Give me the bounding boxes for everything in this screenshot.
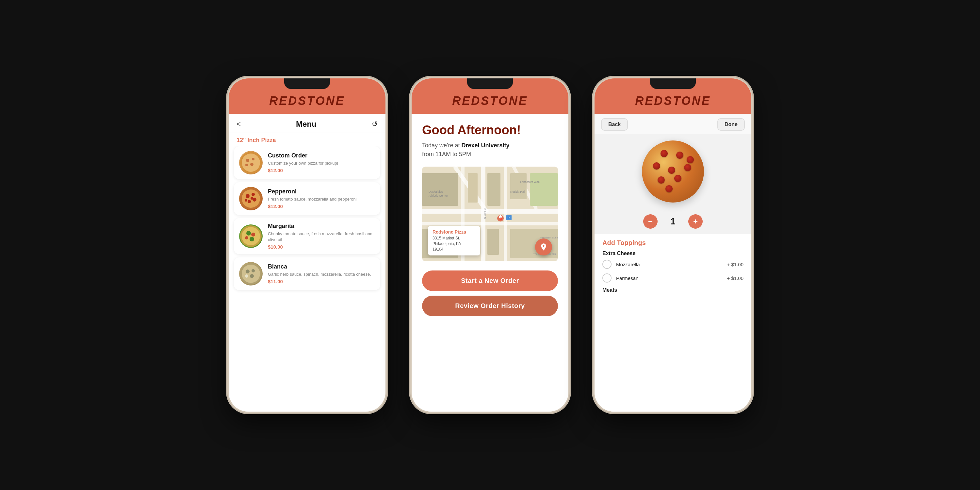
popup-addr: 3315 Market St,Philadelphia, PA19104 [433,235,476,252]
menu-item-custom[interactable]: Custom Order Customize your own pizza fo… [234,146,380,179]
svg-text:Nesbitt Hall: Nesbitt Hall [510,190,525,193]
back-button-customize[interactable]: Back [601,118,628,130]
item-name-margarita: Margarita [268,223,375,230]
svg-rect-36 [510,173,527,199]
increment-button[interactable]: + [688,214,703,229]
svg-text:Athletic Center: Athletic Center [429,194,448,197]
svg-rect-34 [468,173,477,202]
svg-point-2 [246,159,249,162]
quantity-row: − 1 + [595,209,751,234]
category-meats: Meats [602,287,743,293]
brand-logo-customize: REDSTONE [635,94,711,108]
svg-point-17 [251,232,255,237]
home-main: Good Afternoon! Today we're at Drexel Un… [412,114,568,412]
category-extra-cheese: Extra Cheese [602,251,743,256]
item-price-pepperoni: $12.00 [268,204,375,209]
pizza-hero-section [595,134,751,209]
svg-point-15 [242,227,260,245]
topping-name-mozzarella: Mozzarella [616,262,722,267]
radio-parmesan[interactable] [602,274,611,283]
pepperoni-dot [674,175,681,182]
svg-rect-35 [487,173,500,206]
item-price-margarita: $10.00 [268,244,375,250]
topping-parmesan[interactable]: Parmesan + $1.00 [602,274,743,283]
phone-customize: REDSTONE Back Done − 1 [595,78,751,412]
pepperoni-dot [668,167,675,174]
topping-name-parmesan: Parmesan [616,275,722,281]
greeting-text: Good Afternoon! [422,124,558,137]
customize-nav: Back Done [595,114,751,134]
svg-text:Daskalakis: Daskalakis [429,190,443,193]
section-label: 12" Inch Pizza [229,133,385,146]
svg-point-22 [246,269,250,274]
svg-point-12 [245,199,247,202]
map-container: Daskalakis Athletic Center Lancaster Wal… [422,167,558,261]
svg-point-1 [242,154,260,172]
item-desc-pepperoni: Fresh tomato sauce, mozzarella and peppe… [268,196,375,202]
pepperoni-dot [665,185,673,192]
start-order-button[interactable]: Start a New Order [422,270,558,291]
menu-item-info-margarita: Margarita Chunky tomato sauce, fresh moz… [268,223,375,250]
pizza-image-custom [239,151,262,175]
svg-point-21 [242,265,260,283]
svg-point-8 [246,194,250,198]
item-name-custom: Custom Order [268,152,375,159]
topping-price-parmesan: + $1.00 [727,275,743,281]
item-desc-margarita: Chunky tomato sauce, fresh mozzarella, f… [268,231,375,243]
svg-point-4 [250,163,253,166]
map-directions-button[interactable] [535,239,552,255]
svg-point-9 [251,193,255,196]
svg-rect-38 [487,229,499,255]
customize-screen: Back Done − 1 + Ad [595,114,751,412]
toppings-title: Add Toppings [602,239,743,247]
pepperoni-dot [653,162,660,170]
svg-rect-30 [504,167,507,261]
greeting-subline: Today we're at Drexel University from 11… [422,141,558,159]
menu-item-margarita[interactable]: Margarita Chunky tomato sauce, fresh moz… [234,218,380,254]
svg-text:📍: 📍 [498,217,504,223]
svg-point-11 [248,200,251,203]
svg-point-16 [246,231,251,235]
menu-item-info-bianca: Bianca Garlic herb sauce, spinach, mozza… [268,263,375,284]
svg-rect-39 [422,173,458,206]
item-price-bianca: $11.00 [268,278,375,284]
svg-point-3 [252,158,255,161]
back-button[interactable]: < [237,120,241,128]
svg-text:N 33rd St: N 33rd St [484,207,487,219]
hours-text: from 11AM to 5PM [422,151,471,158]
svg-point-25 [245,274,248,278]
done-button-customize[interactable]: Done [718,118,745,130]
pizza-image-pepperoni [239,187,262,210]
topping-price-mozzarella: + $1.00 [727,262,743,267]
pizza-hero-image [642,140,704,202]
svg-point-23 [251,269,255,272]
notch-home [467,78,513,89]
pepperoni-dot [660,150,668,157]
phone-menu: REDSTONE < Menu ↺ 12" Inch Pizza [229,78,385,412]
svg-point-24 [250,274,254,278]
decrement-button[interactable]: − [643,214,657,229]
review-history-button[interactable]: Review Order History [422,296,558,316]
radio-mozzarella[interactable] [602,260,611,269]
brand-logo-home: REDSTONE [452,94,528,108]
subline-text: Today we're at [422,142,460,149]
history-icon[interactable]: ↺ [372,120,378,128]
menu-item-pepperoni[interactable]: Pepperoni Fresh tomato sauce, mozzarella… [234,182,380,215]
svg-point-5 [245,164,248,166]
home-screen-content: Good Afternoon! Today we're at Drexel Un… [412,114,568,412]
topping-mozzarella[interactable]: Mozzarella + $1.00 [602,260,743,269]
pizza-image-bianca [239,262,262,285]
pepperoni-dot [657,177,665,184]
pepperoni-dot [684,164,691,171]
menu-nav: < Menu ↺ [229,114,385,133]
menu-item-info-custom: Custom Order Customize your own pizza fo… [268,152,375,173]
svg-rect-28 [422,222,558,225]
item-desc-custom: Customize your own pizza for pickup! [268,161,375,166]
menu-screen: < Menu ↺ 12" Inch Pizza [229,114,385,412]
menu-item-bianca[interactable]: Bianca Garlic herb sauce, spinach, mozza… [234,258,380,290]
svg-rect-27 [422,209,558,214]
popup-name: Redstone Pizza [433,229,476,235]
brand-logo: REDSTONE [269,94,345,108]
item-desc-bianca: Garlic herb sauce, spinach, mozzarella, … [268,272,375,277]
svg-point-18 [250,237,254,242]
